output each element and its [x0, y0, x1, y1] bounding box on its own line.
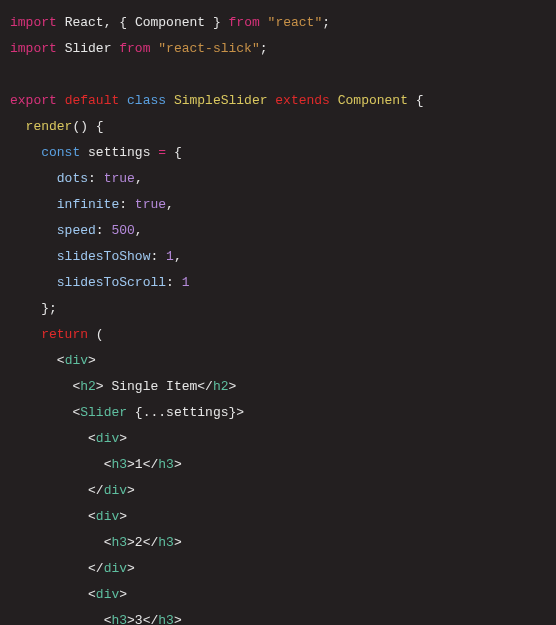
tok: h2 — [213, 379, 229, 394]
tok: > — [119, 509, 127, 524]
tok: Component — [135, 15, 205, 30]
tok: h2 — [80, 379, 96, 394]
tok: , — [166, 197, 174, 212]
tok: h3 — [111, 535, 127, 550]
tok: h3 — [111, 457, 127, 472]
tok: : — [96, 223, 104, 238]
tok: dots — [57, 171, 88, 186]
tok: 1 — [182, 275, 190, 290]
tok: div — [96, 587, 119, 602]
tok: </ — [197, 379, 213, 394]
tok: Slider — [65, 41, 112, 56]
tok: </ — [143, 535, 159, 550]
tok: 500 — [111, 223, 134, 238]
tok: import — [10, 15, 57, 30]
tok: default — [65, 93, 120, 108]
tok: h3 — [111, 613, 127, 625]
tok: render — [26, 119, 73, 134]
tok: extends — [275, 93, 330, 108]
tok: div — [96, 509, 119, 524]
tok: React — [65, 15, 104, 30]
tok: true — [104, 171, 135, 186]
tok: { — [174, 145, 182, 160]
tok: {... — [135, 405, 166, 420]
tok: > — [127, 457, 135, 472]
tok: { — [119, 15, 127, 30]
tok: div — [104, 561, 127, 576]
code-block: import React, { Component } from "react"… — [10, 15, 424, 625]
tok: }> — [229, 405, 245, 420]
tok: > — [127, 561, 135, 576]
tok: } — [213, 15, 221, 30]
tok: Slider — [80, 405, 127, 420]
tok: ; — [260, 41, 268, 56]
tok: speed — [57, 223, 96, 238]
tok: div — [65, 353, 88, 368]
tok: class — [127, 93, 166, 108]
tok: { — [96, 119, 104, 134]
tok: ( — [96, 327, 104, 342]
tok: < — [88, 431, 96, 446]
tok: < — [88, 509, 96, 524]
tok: }; — [41, 301, 57, 316]
tok: from — [119, 41, 150, 56]
tok: : — [166, 275, 174, 290]
tok: = — [158, 145, 166, 160]
tok: settings — [166, 405, 228, 420]
tok: true — [135, 197, 166, 212]
tok: export — [10, 93, 57, 108]
tok: "react-slick" — [158, 41, 259, 56]
tok: settings — [88, 145, 150, 160]
tok: slidesToScroll — [57, 275, 166, 290]
tok: > — [119, 587, 127, 602]
tok: , — [174, 249, 182, 264]
tok: , — [135, 223, 143, 238]
tok: > — [127, 535, 135, 550]
tok: h3 — [158, 535, 174, 550]
tok: Component — [338, 93, 408, 108]
tok: ; — [322, 15, 330, 30]
tok: SimpleSlider — [174, 93, 268, 108]
tok: : — [119, 197, 127, 212]
tok: h3 — [158, 613, 174, 625]
tok: 1 — [135, 457, 143, 472]
tok: 3 — [135, 613, 143, 625]
tok: > — [174, 457, 182, 472]
tok: </ — [143, 613, 159, 625]
tok: > — [119, 431, 127, 446]
tok: slidesToShow — [57, 249, 151, 264]
tok: < — [88, 587, 96, 602]
tok: > — [229, 379, 237, 394]
tok: Single Item — [111, 379, 197, 394]
tok: > — [96, 379, 104, 394]
tok: h3 — [158, 457, 174, 472]
tok: from — [229, 15, 260, 30]
tok: , — [104, 15, 112, 30]
tok: > — [88, 353, 96, 368]
tok: { — [416, 93, 424, 108]
tok: > — [127, 483, 135, 498]
tok: div — [104, 483, 127, 498]
tok: , — [135, 171, 143, 186]
tok: import — [10, 41, 57, 56]
tok: 1 — [166, 249, 174, 264]
tok: </ — [88, 561, 104, 576]
tok: > — [174, 613, 182, 625]
tok: () — [72, 119, 88, 134]
tok: </ — [88, 483, 104, 498]
tok: "react" — [268, 15, 323, 30]
tok: < — [57, 353, 65, 368]
tok: > — [174, 535, 182, 550]
tok: : — [150, 249, 158, 264]
tok: infinite — [57, 197, 119, 212]
tok: 2 — [135, 535, 143, 550]
tok: </ — [143, 457, 159, 472]
tok: return — [41, 327, 88, 342]
tok: div — [96, 431, 119, 446]
tok: : — [88, 171, 96, 186]
tok: > — [127, 613, 135, 625]
tok: const — [41, 145, 80, 160]
